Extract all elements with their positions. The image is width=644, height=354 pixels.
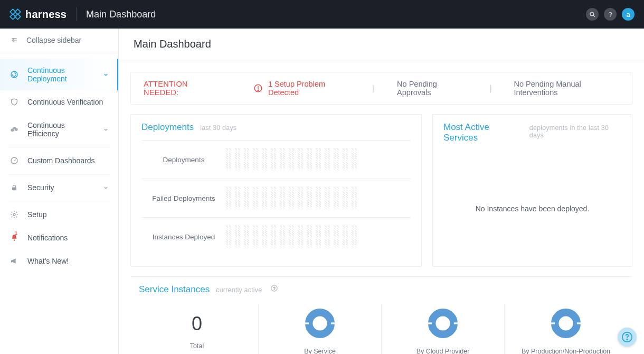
metric-sparkline	[226, 187, 357, 210]
harness-logo-icon	[10, 8, 21, 20]
page-title: Main Dashboard	[134, 38, 629, 50]
svg-point-24	[432, 312, 454, 334]
sidebar-divider	[8, 174, 110, 174]
svg-rect-15	[11, 260, 12, 263]
sidebar-item-whats-new[interactable]: What's New!	[0, 249, 118, 273]
pending-approvals-text: No Pending Approvals	[397, 80, 468, 97]
avatar-initial: a	[626, 11, 630, 18]
notification-badge: 1	[15, 230, 17, 236]
sidebar-item-notifications[interactable]: 1 Notifications	[0, 226, 118, 249]
attention-label: ATTENTION NEEDED:	[144, 80, 220, 97]
metric-label: Instances Deployed	[141, 233, 226, 241]
instance-column-label: By Production/Non-Production	[522, 348, 610, 354]
svg-point-18	[258, 90, 259, 91]
collapse-sidebar-button[interactable]: Collapse sidebar	[0, 29, 118, 52]
sidebar-divider	[8, 147, 110, 147]
brand-logo[interactable]: harness	[10, 8, 67, 21]
metric-row: Failed Deployments	[141, 179, 411, 217]
sidebar-item-continuous-efficiency[interactable]: $ Continuous Efficiency	[0, 114, 118, 145]
sidebar-item-custom-dashboards[interactable]: Custom Dashboards	[0, 149, 118, 172]
help-icon[interactable]: ?	[270, 284, 278, 292]
svg-text:?: ?	[273, 286, 276, 290]
sidebar-item-label: Continuous Deployment	[27, 66, 94, 83]
collapse-label: Collapse sidebar	[26, 36, 81, 44]
svg-point-4	[590, 12, 594, 16]
svg-point-21	[309, 312, 331, 334]
setup-problem-link[interactable]: 1 Setup Problem Detected	[253, 80, 351, 97]
card-subtitle: last 30 days	[200, 124, 236, 132]
most-active-services-card: Most Active Services deployments in the …	[432, 114, 632, 267]
card-title: Most Active Services	[443, 122, 523, 143]
metric-label: Deployments	[141, 156, 226, 164]
sidebar-item-security[interactable]: Security	[0, 176, 118, 199]
pending-interventions-text: No Pending Manual Interventions	[514, 80, 619, 97]
divider-icon: |	[490, 84, 492, 92]
alert-icon	[253, 83, 263, 93]
attention-bar: ATTENTION NEEDED: 1 Setup Problem Detect…	[130, 72, 632, 105]
bell-icon	[10, 234, 19, 242]
card-subtitle: deployments in the last 30 days	[529, 124, 621, 139]
shield-icon	[10, 98, 19, 106]
floating-help-button[interactable]	[618, 328, 637, 347]
empty-state-text: No Instances have been deployed.	[443, 146, 621, 213]
svg-point-27	[555, 312, 577, 334]
sidebar-divider	[8, 201, 110, 201]
chevron-down-icon	[103, 72, 109, 78]
sidebar-item-label: Security	[27, 183, 54, 192]
sidebar: Collapse sidebar Continuous Deployment C…	[0, 29, 119, 354]
sidebar-item-setup[interactable]: Setup	[0, 203, 118, 226]
metric-label: Failed Deployments	[141, 194, 226, 202]
collapse-icon	[10, 36, 19, 44]
sidebar-item-label: Continuous Verification	[27, 98, 103, 106]
dashboard-icon	[10, 156, 19, 165]
sidebar-item-label: Setup	[27, 210, 47, 219]
topbar-actions: ? a	[586, 8, 634, 21]
divider-icon: |	[373, 84, 375, 92]
svg-point-14	[14, 240, 15, 241]
donut-chart	[549, 306, 583, 340]
breadcrumb[interactable]: Main Dashboard	[86, 9, 156, 20]
main-header: Main Dashboard	[119, 29, 644, 60]
deployments-card: Deployments last 30 days DeploymentsFail…	[130, 114, 422, 267]
instance-column-label: Total	[190, 342, 204, 350]
instance-column: By Service	[258, 304, 381, 354]
sidebar-item-continuous-verification[interactable]: Continuous Verification	[0, 90, 118, 114]
topbar-divider	[76, 7, 77, 21]
megaphone-icon	[10, 257, 19, 265]
chevron-down-icon	[103, 127, 109, 133]
card-subtitle: currently active	[216, 286, 262, 294]
lock-icon	[10, 183, 19, 192]
topbar: harness Main Dashboard ? a	[0, 0, 644, 29]
main: Main Dashboard ATTENTION NEEDED: 1 Setup…	[119, 29, 644, 354]
search-button[interactable]	[586, 8, 599, 21]
svg-point-31	[627, 339, 628, 340]
sidebar-item-label: Continuous Efficiency	[27, 121, 94, 138]
search-icon	[589, 11, 596, 18]
question-icon: ?	[608, 11, 612, 18]
metric-sparkline	[226, 148, 357, 171]
instance-column: By Cloud Provider	[381, 304, 504, 354]
sidebar-item-label: Notifications	[27, 234, 68, 242]
metric-row: Deployments	[141, 140, 411, 179]
donut-chart	[426, 306, 460, 340]
help-button[interactable]: ?	[604, 8, 617, 21]
instance-column-label: By Service	[304, 348, 336, 354]
setup-problem-text: 1 Setup Problem Detected	[268, 80, 351, 97]
avatar[interactable]: a	[622, 8, 634, 21]
chevron-down-icon	[103, 185, 109, 191]
metric-sparkline	[226, 225, 357, 248]
svg-point-13	[13, 213, 15, 216]
brand-name: harness	[25, 8, 67, 21]
cloud-dollar-icon: $	[10, 125, 19, 134]
sidebar-item-continuous-deployment[interactable]: Continuous Deployment	[0, 59, 118, 90]
donut-chart	[303, 306, 337, 340]
metric-row: Instances Deployed	[141, 217, 411, 256]
card-title: Service Instances	[139, 284, 210, 295]
instance-total-value: 0	[192, 313, 202, 335]
instance-column-label: By Cloud Provider	[416, 348, 470, 354]
instance-column: By Production/Non-Production	[504, 304, 627, 354]
question-icon	[621, 331, 633, 343]
sidebar-item-label: What's New!	[27, 257, 69, 265]
gear-icon	[10, 210, 19, 219]
deploy-icon	[10, 70, 19, 79]
